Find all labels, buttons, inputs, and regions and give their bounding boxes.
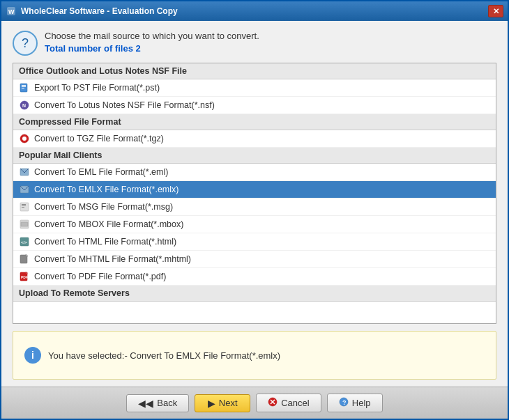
list-item-nsf[interactable]: N Convert To Lotus Notes NSF File Format… xyxy=(13,97,496,114)
format-list-scroll[interactable]: Office Outlook and Lotus Notes NSF File … xyxy=(13,63,496,323)
next-label: Next xyxy=(219,398,238,408)
tgz-icon xyxy=(19,133,30,144)
emlx-label: Convert To EMLX File Format(*.emlx) xyxy=(34,185,178,194)
pst-label: Export To PST File Format(*.pst) xyxy=(34,83,160,93)
nsf-icon: N xyxy=(19,100,30,111)
next-button[interactable]: ▶ Next xyxy=(195,394,250,412)
list-item-eml[interactable]: Convert To EML File Format(*.eml) xyxy=(13,164,496,181)
svg-rect-17 xyxy=(21,222,28,226)
msg-icon xyxy=(19,201,30,212)
next-icon: ▶ xyxy=(208,398,215,409)
html-icon: </> xyxy=(19,236,30,247)
cancel-icon xyxy=(268,397,278,409)
back-label: Back xyxy=(157,398,177,408)
msg-label: Convert To MSG File Format(*.msg) xyxy=(34,202,173,212)
app-icon: W xyxy=(6,6,17,17)
main-window: W WholeClear Software - Evaluation Copy … xyxy=(0,0,509,420)
mbox-label: Convert To MBOX File Format(*.mbox) xyxy=(34,219,183,229)
group-header-remote: Upload To Remote Servers xyxy=(13,286,496,302)
header-text-block: Choose the mail source to which you want… xyxy=(45,31,259,54)
list-item-html[interactable]: </> Convert To HTML File Format(*.html) xyxy=(13,233,496,251)
svg-rect-14 xyxy=(22,205,26,206)
nsf-label: Convert To Lotus Notes NSF File Format(*… xyxy=(34,100,215,110)
list-item-emlx[interactable]: Convert To EMLX File Format(*.emlx) xyxy=(13,181,496,199)
header-sub-text: Total number of files 2 xyxy=(45,43,259,54)
close-button[interactable]: ✕ xyxy=(488,5,503,17)
svg-text:</>: </> xyxy=(21,240,27,244)
title-bar-text: WholeClear Software - Evaluation Copy xyxy=(21,6,488,16)
list-item-pdf[interactable]: PDF Convert To PDF File Format(*.pdf) xyxy=(13,268,496,286)
list-item-tgz[interactable]: Convert to TGZ File Format(*.tgz) xyxy=(13,130,496,148)
back-icon: ◀◀ xyxy=(138,398,153,409)
title-bar: W WholeClear Software - Evaluation Copy … xyxy=(1,1,508,21)
cancel-button[interactable]: Cancel xyxy=(256,394,321,412)
format-list-container: Office Outlook and Lotus Notes NSF File … xyxy=(13,63,496,324)
svg-text:N: N xyxy=(22,103,26,108)
pdf-label: Convert To PDF File Format(*.pdf) xyxy=(34,272,166,281)
svg-point-9 xyxy=(22,137,26,141)
eml-icon xyxy=(19,166,30,178)
mhtml-icon xyxy=(19,254,30,265)
svg-rect-13 xyxy=(22,204,26,205)
svg-text:PDF: PDF xyxy=(21,275,28,279)
main-content: ? Choose the mail source to which you wa… xyxy=(1,21,508,387)
help-label: Help xyxy=(352,398,371,408)
header-main-text: Choose the mail source to which you want… xyxy=(45,31,259,41)
header-area: ? Choose the mail source to which you wa… xyxy=(13,31,496,56)
group-header-office: Office Outlook and Lotus Notes NSF File xyxy=(13,63,496,79)
emlx-icon xyxy=(19,184,30,195)
group-header-popular: Popular Mail Clients xyxy=(13,148,496,164)
svg-text:?: ? xyxy=(342,399,347,406)
svg-rect-4 xyxy=(22,86,26,87)
svg-rect-3 xyxy=(22,85,26,86)
cancel-label: Cancel xyxy=(281,398,309,408)
info-icon: i xyxy=(24,347,41,364)
svg-rect-5 xyxy=(22,88,24,88)
mhtml-label: Convert To MHTML File Format(*.mhtml) xyxy=(34,254,191,264)
list-item-msg[interactable]: Convert To MSG File Format(*.msg) xyxy=(13,199,496,216)
help-button[interactable]: ? Help xyxy=(327,394,383,412)
help-icon: ? xyxy=(339,397,349,409)
list-item-pst[interactable]: Export To PST File Format(*.pst) xyxy=(13,79,496,97)
svg-text:W: W xyxy=(8,8,15,15)
tgz-label: Convert to TGZ File Format(*.tgz) xyxy=(34,134,164,143)
info-box: i You have selected:- Convert To EMLX Fi… xyxy=(13,331,496,380)
footer-bar: ◀◀ Back ▶ Next Cancel ? xyxy=(1,387,508,419)
mbox-icon xyxy=(19,219,30,230)
header-icon: ? xyxy=(13,31,38,56)
eml-label: Convert To EML File Format(*.eml) xyxy=(34,167,168,177)
pst-icon xyxy=(19,82,30,93)
info-text: You have selected:- Convert To EMLX File… xyxy=(48,350,280,361)
back-button[interactable]: ◀◀ Back xyxy=(126,394,189,412)
group-header-compressed: Compressed File Format xyxy=(13,114,496,130)
list-item-mhtml[interactable]: Convert To MHTML File Format(*.mhtml) xyxy=(13,251,496,268)
svg-rect-15 xyxy=(22,207,24,208)
html-label: Convert To HTML File Format(*.html) xyxy=(34,237,176,247)
pdf-icon: PDF xyxy=(19,271,30,282)
list-item-mbox[interactable]: Convert To MBOX File Format(*.mbox) xyxy=(13,216,496,233)
